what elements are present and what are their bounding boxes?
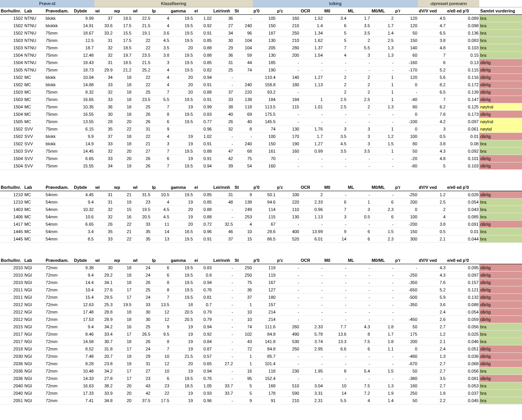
cell-17: - — [371, 375, 395, 382]
cell-12: 93.2 — [253, 89, 277, 96]
cell-6: 22 — [132, 74, 151, 81]
cell-13: - — [276, 316, 300, 323]
cell-21: dårlig — [479, 360, 522, 368]
cell-15: 3.5 — [324, 148, 347, 155]
cell-2: 54mm — [45, 206, 73, 213]
cell-13: 230 — [276, 368, 300, 375]
cell-3: 12.63 — [73, 301, 94, 308]
cell-0: 2011 — [0, 294, 24, 301]
table-row: 1406MC54mm10.6321620.54.5190.88-25311513… — [0, 213, 522, 221]
cell-2: 72mm — [45, 397, 73, 404]
cell-8: 20 — [170, 74, 194, 81]
cell-12: 161 — [253, 148, 277, 155]
cell-14 — [300, 89, 324, 96]
cell-0: 2017 — [0, 338, 24, 345]
cell-4: 37 — [94, 15, 113, 22]
cell-6: 31 — [132, 360, 151, 368]
cell-17: 1.3 — [371, 44, 395, 52]
cell-6: 21.5 — [132, 22, 151, 30]
cell-3: 10.04 — [73, 74, 94, 81]
cell-7: 7 — [151, 162, 170, 170]
cell-12: 114 — [253, 206, 277, 213]
cell-5: 18 — [113, 133, 132, 140]
cell-13: 140 — [276, 74, 300, 81]
cell-14: 1.13 — [300, 213, 324, 221]
cell-7: 6 — [151, 264, 170, 272]
cell-5: 19 — [113, 360, 132, 368]
cell-15: 8 — [324, 368, 347, 375]
cell-10: 26 — [212, 118, 234, 125]
cell-15: 3.4 — [324, 15, 347, 22]
cell-19: 7.8 — [418, 111, 446, 118]
cell-13: - — [276, 301, 300, 308]
cell-1: NTNU — [24, 66, 45, 74]
cell-21: dårlig — [479, 191, 522, 199]
cell-9: 0.92 — [194, 22, 213, 30]
cell-9: 0.85 — [194, 37, 213, 44]
cell-3: 7.48 — [73, 353, 94, 360]
cell-17: - — [371, 353, 395, 360]
cell-16: - — [347, 264, 371, 272]
cell-12: 205 — [253, 44, 277, 52]
cell-8: 19.5 — [170, 235, 194, 243]
table-row: 1505NTNU75mm18.7329.921.225.2419.50.8225… — [0, 66, 522, 74]
cell-10: - — [212, 213, 234, 221]
cell-14: 1.76 — [300, 125, 324, 133]
cell-17: 1.9 — [371, 390, 395, 397]
cell-20: 0.083 — [446, 37, 479, 44]
cell-8: 20 — [170, 44, 194, 52]
cell-15: - — [324, 279, 347, 286]
cell-19: 3.6 — [418, 301, 446, 308]
cell-13: 530 — [276, 338, 300, 345]
cell-3: 9.38 — [73, 264, 94, 272]
cell-15: - — [324, 360, 347, 368]
cell-12: 127 — [253, 286, 277, 294]
cell-13: - — [276, 286, 300, 294]
cell-3: 10.48 — [73, 368, 94, 375]
col-hdr-17: M0/ML — [371, 257, 395, 264]
cell-4: 33 — [94, 155, 113, 162]
cell-10: 48 — [212, 199, 234, 206]
cell-2: 75mm — [45, 118, 73, 125]
cell-4: 32 — [94, 89, 113, 96]
cell-16: 5.5 — [347, 44, 371, 52]
col-hdr-8: gamma — [170, 257, 194, 264]
cell-17: 1.5 — [371, 368, 395, 375]
cell-14: 1.95 — [300, 368, 324, 375]
cell-7: 11 — [151, 221, 170, 228]
cell-5: 20 — [113, 118, 132, 125]
table-row: 1504SVV75mm6.653320266190.91427570------… — [0, 155, 522, 162]
cell-6: 37.5 — [132, 397, 151, 404]
cell-4: 35 — [94, 125, 113, 133]
spacer — [0, 243, 522, 250]
cell-15: 2 — [324, 74, 347, 81]
cell-9: 0.92 — [194, 331, 213, 338]
cell-21: bra — [479, 382, 522, 390]
cell-11: 249 — [234, 206, 253, 213]
cell-1: NTNU — [24, 15, 45, 22]
cell-13: - — [276, 360, 300, 368]
cell-12: 214 — [253, 308, 277, 316]
cell-18: 120 — [394, 22, 418, 30]
cell-2: 54mm — [45, 235, 73, 243]
cell-8: 20 — [170, 81, 194, 89]
cell-5: 18 — [113, 111, 132, 118]
cell-1: NGI — [24, 338, 45, 345]
cell-11: 5 — [234, 382, 253, 390]
cell-14: - — [300, 66, 324, 74]
cell-21: bra — [479, 37, 522, 44]
cell-20: 0.088 — [446, 301, 479, 308]
cell-21: dårlig — [479, 221, 522, 228]
cell-9: 0.83 — [194, 264, 213, 272]
cell-8: 19.5 — [170, 279, 194, 286]
cell-7: 6 — [151, 155, 170, 162]
cell-8: 19.5 — [170, 15, 194, 22]
cell-3: 17.48 — [73, 308, 94, 316]
cell-7: 3.6 — [151, 30, 170, 37]
cell-8: 19.5 — [170, 96, 194, 103]
cell-0: 2012 — [0, 308, 24, 316]
cell-19: 2.7 — [418, 360, 446, 368]
cell-21: dårlig — [479, 66, 522, 74]
cell-4: 29.2 — [94, 272, 113, 279]
cell-2: 72mm — [45, 286, 73, 294]
